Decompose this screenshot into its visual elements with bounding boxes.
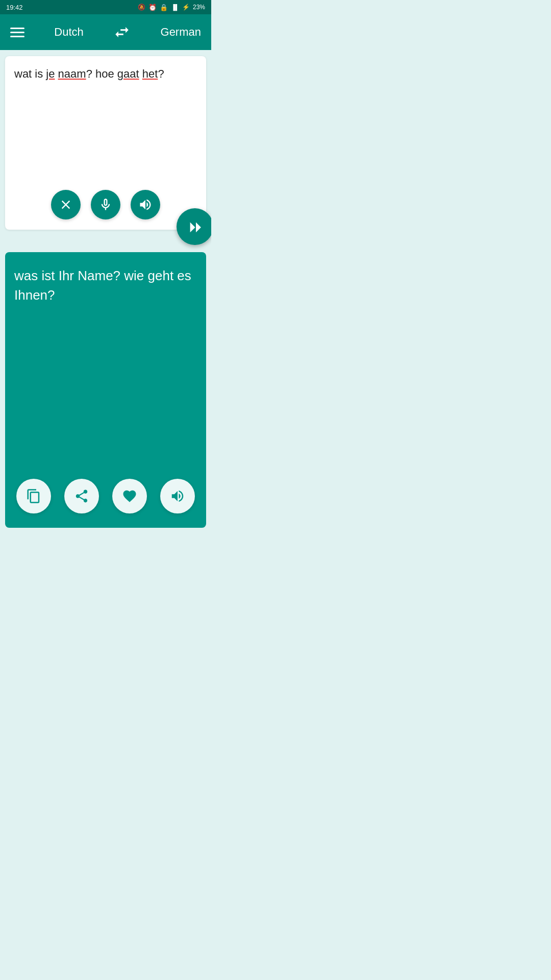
- speak-input-button[interactable]: [131, 190, 160, 219]
- input-word: ? hoe: [86, 67, 117, 80]
- input-word-gaat: gaat: [117, 67, 139, 80]
- favorite-button[interactable]: [112, 479, 147, 513]
- battery-level: 23%: [193, 4, 205, 11]
- share-icon: [74, 488, 89, 504]
- input-word-je: je: [46, 67, 55, 80]
- input-section: wat is je naam? hoe gaat het?: [5, 56, 206, 230]
- close-icon: [59, 198, 73, 212]
- microphone-icon: [98, 198, 113, 212]
- source-language-selector[interactable]: Dutch: [54, 26, 83, 39]
- input-word: ?: [158, 67, 164, 80]
- notification-muted-icon: 🔕: [138, 4, 145, 11]
- translate-button[interactable]: [177, 208, 211, 245]
- sim-lock-icon: 🔒: [160, 4, 168, 11]
- alarm-icon: ⏰: [148, 4, 157, 11]
- status-icons: 🔕 ⏰ 🔒 ▐▌ ⚡ 23%: [138, 4, 205, 11]
- charging-icon: ⚡: [182, 4, 190, 11]
- output-controls: [14, 479, 197, 518]
- copy-icon: [26, 488, 41, 504]
- share-button[interactable]: [64, 479, 99, 513]
- volume-icon: [138, 198, 153, 212]
- swap-languages-button[interactable]: [113, 23, 131, 41]
- hamburger-icon: [10, 32, 24, 33]
- menu-button[interactable]: [10, 28, 24, 37]
- send-icon: [187, 218, 205, 235]
- swap-icon: [113, 23, 131, 41]
- clear-button[interactable]: [51, 190, 81, 219]
- heart-icon: [122, 488, 137, 504]
- output-text: was ist Ihr Name? wie geht es Ihnen?: [14, 266, 197, 469]
- output-section: was ist Ihr Name? wie geht es Ihnen?: [5, 252, 206, 528]
- speak-output-button[interactable]: [160, 479, 195, 513]
- microphone-button[interactable]: [91, 190, 120, 219]
- status-time: 19:42: [6, 4, 23, 11]
- input-word-het: het: [142, 67, 158, 80]
- copy-button[interactable]: [16, 479, 51, 513]
- app-toolbar: Dutch German: [0, 14, 211, 50]
- target-language-selector[interactable]: German: [161, 26, 201, 39]
- input-word: wat is: [14, 67, 46, 80]
- input-word-naam: naam: [58, 67, 86, 80]
- status-bar: 19:42 🔕 ⏰ 🔒 ▐▌ ⚡ 23%: [0, 0, 211, 14]
- input-text[interactable]: wat is je naam? hoe gaat het?: [14, 66, 197, 181]
- volume-output-icon: [170, 488, 185, 504]
- input-controls: [14, 190, 197, 222]
- hamburger-icon: [10, 36, 24, 37]
- signal-icon: ▐▌: [171, 4, 179, 10]
- hamburger-icon: [10, 28, 24, 29]
